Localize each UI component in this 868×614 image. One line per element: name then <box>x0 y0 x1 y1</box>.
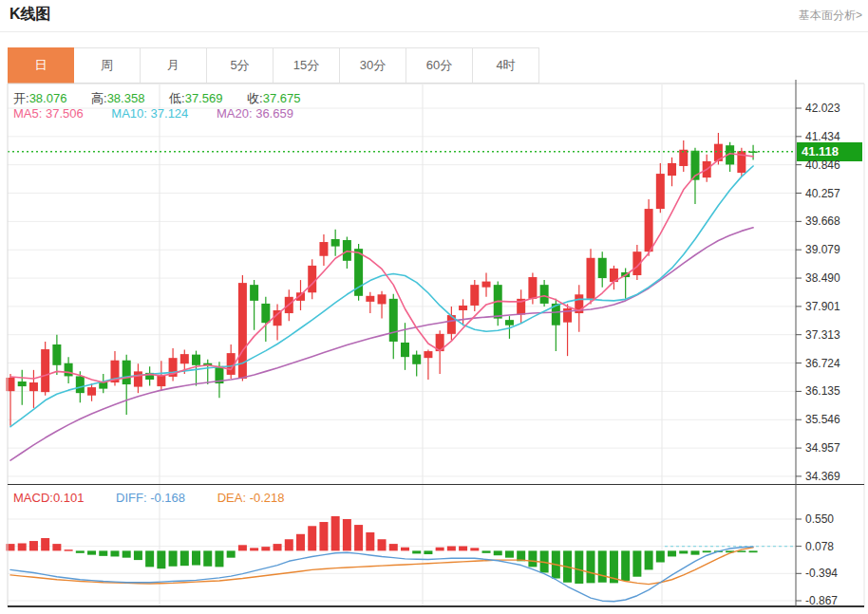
y-axis-label: -0.867 <box>805 594 838 607</box>
macd-bar <box>41 538 49 550</box>
open-value: 38.076 <box>29 91 67 105</box>
y-axis-label: 34.957 <box>805 441 840 455</box>
macd-bar <box>250 548 258 550</box>
macd-bar <box>157 550 165 568</box>
candle <box>123 361 131 384</box>
low-label: 低: <box>169 91 185 105</box>
y-axis-label: 34.369 <box>805 470 840 483</box>
macd-bar <box>18 543 27 550</box>
candle <box>157 375 165 386</box>
macd-bar <box>436 548 444 551</box>
macd-label: MACD: <box>13 491 53 505</box>
ma10-value: 37.124 <box>151 106 189 121</box>
macd-bar <box>587 550 595 583</box>
ma10-label: MA10: <box>111 106 147 121</box>
macd-bar <box>308 526 316 550</box>
close-label: 收: <box>247 91 263 105</box>
macd-bar <box>238 545 247 550</box>
y-axis-label: 42.023 <box>805 102 840 115</box>
macd-bar <box>703 550 711 552</box>
y-axis-label: 40.846 <box>805 158 840 172</box>
macd-bar <box>331 516 340 550</box>
candle <box>18 381 27 386</box>
y-axis-label: 36.135 <box>805 384 840 398</box>
candle <box>319 242 328 256</box>
ma5-value: 37.506 <box>46 106 84 121</box>
y-axis-label: 39.079 <box>805 243 840 256</box>
macd-value: 0.101 <box>53 491 85 505</box>
candle <box>29 382 38 391</box>
candle <box>76 376 85 393</box>
macd-bar <box>447 547 456 551</box>
ma5-label: MA5: <box>13 106 42 121</box>
ma20-label: MA20: <box>217 106 253 121</box>
candle <box>645 209 653 251</box>
candle <box>180 354 189 363</box>
macd-bar <box>65 549 73 551</box>
macd-bar <box>401 548 409 551</box>
macd-bar <box>123 550 131 557</box>
macd-bar <box>203 550 212 566</box>
candle <box>65 363 73 377</box>
macd-bar <box>319 522 328 550</box>
y-axis-label: 0.550 <box>805 512 834 526</box>
macd-bar <box>679 550 688 553</box>
macd-bar <box>645 550 653 569</box>
macd-bar <box>389 544 398 550</box>
dea-label: DEA: <box>217 491 246 505</box>
macd-bar <box>494 550 502 555</box>
macd-readout: MACD:0.101 DIFF: -0.168 DEA: -0.218 <box>13 491 313 505</box>
macd-bar <box>354 525 363 550</box>
macd-bar <box>482 550 491 552</box>
macd-bar <box>296 534 305 551</box>
ohlc-readout: 开:38.076 高:38.358 低:37.569 收:37.675 <box>13 90 321 107</box>
macd-bar <box>459 547 467 551</box>
macd-bar <box>749 550 758 552</box>
candle <box>192 355 200 365</box>
macd-bar <box>424 550 432 554</box>
candle <box>87 387 96 396</box>
y-axis-label: -0.394 <box>805 567 838 580</box>
diff-value: -0.168 <box>150 491 185 505</box>
macd-bar <box>29 541 38 550</box>
macd-bar <box>632 550 641 576</box>
macd-bar <box>378 539 387 550</box>
ma-readout: MA5: 37.506 MA10: 37.124 MA20: 36.659 <box>13 106 318 121</box>
candle <box>424 351 432 358</box>
candle <box>598 258 607 278</box>
candle <box>656 174 665 209</box>
high-value: 38.358 <box>107 91 145 105</box>
candle <box>261 304 270 323</box>
macd-bar <box>110 550 119 556</box>
macd-bar <box>690 550 699 554</box>
macd-bar <box>274 544 282 550</box>
candle <box>412 355 421 364</box>
macd-bar <box>180 550 189 566</box>
candle <box>459 306 467 310</box>
macd-bar <box>343 519 351 550</box>
ma20-value: 36.659 <box>255 106 293 121</box>
y-axis-label: 0.078 <box>805 540 834 553</box>
y-axis-label: 37.313 <box>805 328 840 342</box>
kline-module: K线图 基本面分析> 日周月5分15分30分60分4时 开:38.076 高:3… <box>0 0 868 614</box>
macd-bar <box>668 550 676 556</box>
candle <box>482 282 491 288</box>
y-axis-label: 41.434 <box>805 130 840 143</box>
macd-bar <box>412 550 421 553</box>
y-axis-label: 40.257 <box>805 187 840 200</box>
macd-bar <box>52 544 61 550</box>
candle <box>41 349 49 392</box>
macd-bar <box>215 550 223 567</box>
candle <box>134 371 142 386</box>
macd-bar <box>621 550 630 581</box>
open-label: 开: <box>13 91 29 105</box>
macd-bar <box>134 550 142 560</box>
candle <box>587 258 595 299</box>
y-axis-label: 36.724 <box>805 357 840 370</box>
candle <box>52 344 61 365</box>
candle <box>505 320 514 326</box>
candle <box>250 285 258 301</box>
macd-bar <box>505 550 514 557</box>
macd-bar <box>598 550 607 582</box>
macd-bar <box>656 550 665 562</box>
